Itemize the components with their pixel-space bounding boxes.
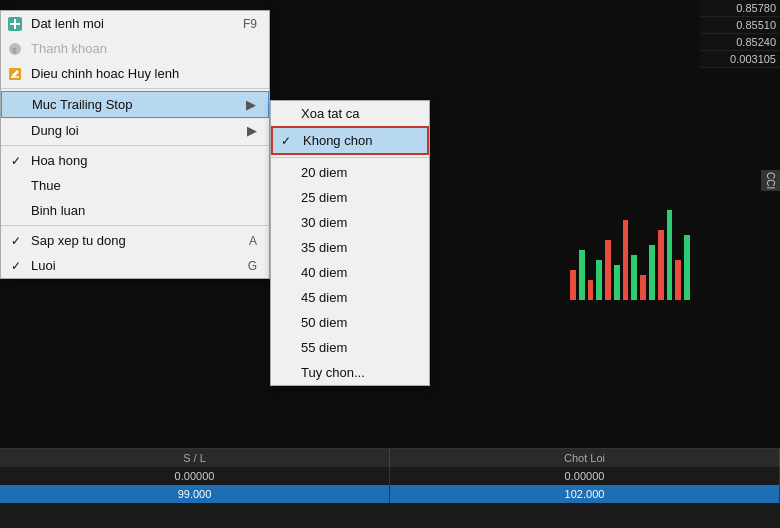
submenu-item-55diem[interactable]: 55 diem (271, 335, 429, 360)
edit-icon (6, 65, 24, 83)
checkmark-khong-chon: ✓ (281, 134, 291, 148)
submenu-item-khong-chon[interactable]: ✓ Khong chon (271, 126, 429, 155)
table-row: 0.00000 0.00000 (0, 467, 780, 485)
submenu-item-20diem[interactable]: 20 diem (271, 160, 429, 185)
separator-3 (1, 225, 269, 226)
checkmark-sap-xep: ✓ (11, 234, 21, 248)
bar (631, 255, 637, 300)
table-row-highlighted[interactable]: 99.000 102.000 (0, 485, 780, 503)
shortcut-dat-lenh-moi: F9 (223, 17, 257, 31)
submenu-label-50diem: 50 diem (301, 315, 347, 330)
cci-label: CCI (761, 170, 780, 191)
bar (605, 240, 611, 300)
bar (640, 275, 646, 300)
submenu-item-25diem[interactable]: 25 diem (271, 185, 429, 210)
submenu-label-30diem: 30 diem (301, 215, 347, 230)
menu-label-binh-luan: Binh luan (31, 203, 85, 218)
cell-chot-loi-1: 0.00000 (390, 467, 780, 485)
menu-label-thue: Thue (31, 178, 61, 193)
cell-chot-loi-2: 102.000 (390, 485, 780, 503)
bar (579, 250, 585, 300)
col-chot-loi-header: Chot Loi (390, 449, 780, 467)
price-label-3: 0.85240 (700, 34, 780, 51)
price-panel: 0.85780 0.85510 0.85240 0.003105 (700, 0, 780, 68)
menu-item-dieu-chinh[interactable]: Dieu chinh hoac Huy lenh (1, 61, 269, 86)
context-menu: Dat lenh moi F9 $ Thanh khoan Dieu chinh… (0, 10, 270, 279)
submenu-label-25diem: 25 diem (301, 190, 347, 205)
menu-label-thanh-khoan: Thanh khoan (31, 41, 107, 56)
price-label-2: 0.85510 (700, 17, 780, 34)
bar (658, 230, 664, 300)
submenu-label-khong-chon: Khong chon (303, 133, 372, 148)
menu-item-binh-luan[interactable]: Binh luan (1, 198, 269, 223)
submenu-label-40diem: 40 diem (301, 265, 347, 280)
shortcut-sap-xep: A (229, 234, 257, 248)
menu-item-thanh-khoan: $ Thanh khoan (1, 36, 269, 61)
menu-item-dat-lenh-moi[interactable]: Dat lenh moi F9 (1, 11, 269, 36)
svg-text:$: $ (12, 46, 17, 55)
submenu-label-45diem: 45 diem (301, 290, 347, 305)
menu-label-muc-trailing-stop: Muc Trailing Stop (32, 97, 132, 112)
bar (588, 280, 594, 300)
arrow-icon-dung-loi: ▶ (237, 123, 257, 138)
bar (684, 235, 690, 300)
submenu-item-40diem[interactable]: 40 diem (271, 260, 429, 285)
separator-2 (1, 145, 269, 146)
bar (667, 210, 673, 300)
submenu-label-tuy-chon: Tuy chon... (301, 365, 365, 380)
shortcut-luoi: G (228, 259, 257, 273)
submenu-label-35diem: 35 diem (301, 240, 347, 255)
price-label-1: 0.85780 (700, 0, 780, 17)
menu-item-luoi[interactable]: ✓ Luoi G (1, 253, 269, 278)
arrow-icon-trailing-stop: ▶ (236, 97, 256, 112)
menu-item-thue[interactable]: Thue (1, 173, 269, 198)
menu-label-dat-lenh-moi: Dat lenh moi (31, 16, 104, 31)
submenu-item-30diem[interactable]: 30 diem (271, 210, 429, 235)
menu-label-sap-xep: Sap xep tu dong (31, 233, 126, 248)
submenu-label-20diem: 20 diem (301, 165, 347, 180)
cell-sl-2: 99.000 (0, 485, 390, 503)
separator-1 (1, 88, 269, 89)
checkmark-hoa-hong: ✓ (11, 154, 21, 168)
checkmark-luoi: ✓ (11, 259, 21, 273)
submenu-item-45diem[interactable]: 45 diem (271, 285, 429, 310)
price-label-4: 0.003105 (700, 51, 780, 68)
bar (649, 245, 655, 300)
menu-item-muc-trailing-stop[interactable]: Muc Trailing Stop ▶ (1, 91, 269, 118)
plus-icon (6, 15, 24, 33)
submenu-item-50diem[interactable]: 50 diem (271, 310, 429, 335)
menu-label-dung-loi: Dung loi (31, 123, 79, 138)
menu-label-hoa-hong: Hoa hong (31, 153, 87, 168)
bar (623, 220, 629, 300)
menu-item-dung-loi[interactable]: Dung loi ▶ (1, 118, 269, 143)
menu-label-luoi: Luoi (31, 258, 56, 273)
submenu-label-55diem: 55 diem (301, 340, 347, 355)
bar (570, 270, 576, 300)
submenu-trailing-stop: Xoa tat ca ✓ Khong chon 20 diem 25 diem … (270, 100, 430, 386)
bar (596, 260, 602, 300)
menu-item-hoa-hong[interactable]: ✓ Hoa hong (1, 148, 269, 173)
submenu-item-35diem[interactable]: 35 diem (271, 235, 429, 260)
col-sl-header: S / L (0, 449, 390, 467)
bar (614, 265, 620, 300)
cell-sl-1: 0.00000 (0, 467, 390, 485)
bar (675, 260, 681, 300)
submenu-item-xoa-tat-ca[interactable]: Xoa tat ca (271, 101, 429, 126)
separator-submenu-1 (271, 157, 429, 158)
submenu-label-xoa-tat-ca: Xoa tat ca (301, 106, 360, 121)
bottom-table: S / L Chot Loi 0.00000 0.00000 99.000 10… (0, 448, 780, 528)
menu-item-sap-xep[interactable]: ✓ Sap xep tu dong A (1, 228, 269, 253)
coins-icon: $ (6, 40, 24, 58)
menu-label-dieu-chinh: Dieu chinh hoac Huy lenh (31, 66, 179, 81)
table-header: S / L Chot Loi (0, 449, 780, 467)
submenu-item-tuy-chon[interactable]: Tuy chon... (271, 360, 429, 385)
chart-bars (570, 180, 690, 300)
